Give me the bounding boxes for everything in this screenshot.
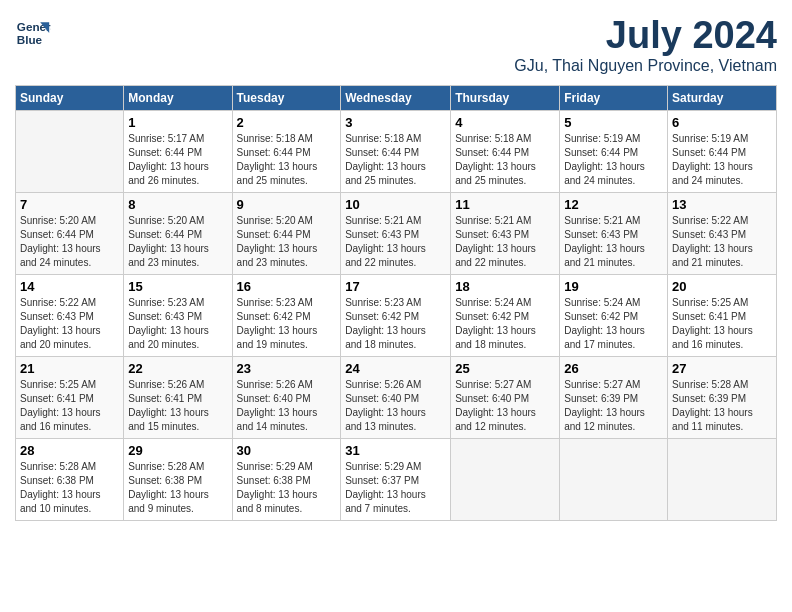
day-cell: 22Sunrise: 5:26 AM Sunset: 6:41 PM Dayli… — [124, 356, 232, 438]
day-info: Sunrise: 5:18 AM Sunset: 6:44 PM Dayligh… — [237, 132, 337, 188]
weekday-header-friday: Friday — [560, 85, 668, 110]
day-cell: 23Sunrise: 5:26 AM Sunset: 6:40 PM Dayli… — [232, 356, 341, 438]
day-number: 5 — [564, 115, 663, 130]
logo: General Blue — [15, 15, 51, 51]
day-cell: 14Sunrise: 5:22 AM Sunset: 6:43 PM Dayli… — [16, 274, 124, 356]
day-cell: 20Sunrise: 5:25 AM Sunset: 6:41 PM Dayli… — [668, 274, 777, 356]
day-cell: 4Sunrise: 5:18 AM Sunset: 6:44 PM Daylig… — [451, 110, 560, 192]
day-cell: 5Sunrise: 5:19 AM Sunset: 6:44 PM Daylig… — [560, 110, 668, 192]
day-cell: 2Sunrise: 5:18 AM Sunset: 6:44 PM Daylig… — [232, 110, 341, 192]
day-number: 30 — [237, 443, 337, 458]
day-cell: 10Sunrise: 5:21 AM Sunset: 6:43 PM Dayli… — [341, 192, 451, 274]
day-cell: 1Sunrise: 5:17 AM Sunset: 6:44 PM Daylig… — [124, 110, 232, 192]
day-cell: 3Sunrise: 5:18 AM Sunset: 6:44 PM Daylig… — [341, 110, 451, 192]
day-info: Sunrise: 5:20 AM Sunset: 6:44 PM Dayligh… — [20, 214, 119, 270]
day-info: Sunrise: 5:19 AM Sunset: 6:44 PM Dayligh… — [672, 132, 772, 188]
day-number: 14 — [20, 279, 119, 294]
day-cell — [560, 438, 668, 520]
day-number: 8 — [128, 197, 227, 212]
day-number: 19 — [564, 279, 663, 294]
location-title: GJu, Thai Nguyen Province, Vietnam — [514, 57, 777, 75]
week-row-1: 1Sunrise: 5:17 AM Sunset: 6:44 PM Daylig… — [16, 110, 777, 192]
day-info: Sunrise: 5:24 AM Sunset: 6:42 PM Dayligh… — [564, 296, 663, 352]
day-number: 6 — [672, 115, 772, 130]
day-info: Sunrise: 5:20 AM Sunset: 6:44 PM Dayligh… — [128, 214, 227, 270]
day-info: Sunrise: 5:21 AM Sunset: 6:43 PM Dayligh… — [345, 214, 446, 270]
day-number: 9 — [237, 197, 337, 212]
weekday-header-tuesday: Tuesday — [232, 85, 341, 110]
day-info: Sunrise: 5:26 AM Sunset: 6:41 PM Dayligh… — [128, 378, 227, 434]
day-info: Sunrise: 5:23 AM Sunset: 6:42 PM Dayligh… — [345, 296, 446, 352]
day-number: 11 — [455, 197, 555, 212]
day-cell: 31Sunrise: 5:29 AM Sunset: 6:37 PM Dayli… — [341, 438, 451, 520]
day-cell: 12Sunrise: 5:21 AM Sunset: 6:43 PM Dayli… — [560, 192, 668, 274]
day-info: Sunrise: 5:28 AM Sunset: 6:39 PM Dayligh… — [672, 378, 772, 434]
day-number: 23 — [237, 361, 337, 376]
day-number: 29 — [128, 443, 227, 458]
weekday-header-thursday: Thursday — [451, 85, 560, 110]
day-number: 4 — [455, 115, 555, 130]
day-cell — [668, 438, 777, 520]
day-number: 18 — [455, 279, 555, 294]
weekday-header-saturday: Saturday — [668, 85, 777, 110]
day-number: 2 — [237, 115, 337, 130]
day-info: Sunrise: 5:22 AM Sunset: 6:43 PM Dayligh… — [672, 214, 772, 270]
day-info: Sunrise: 5:27 AM Sunset: 6:40 PM Dayligh… — [455, 378, 555, 434]
day-info: Sunrise: 5:18 AM Sunset: 6:44 PM Dayligh… — [345, 132, 446, 188]
day-info: Sunrise: 5:25 AM Sunset: 6:41 PM Dayligh… — [20, 378, 119, 434]
day-cell: 18Sunrise: 5:24 AM Sunset: 6:42 PM Dayli… — [451, 274, 560, 356]
day-number: 20 — [672, 279, 772, 294]
day-info: Sunrise: 5:23 AM Sunset: 6:43 PM Dayligh… — [128, 296, 227, 352]
day-cell: 29Sunrise: 5:28 AM Sunset: 6:38 PM Dayli… — [124, 438, 232, 520]
week-row-5: 28Sunrise: 5:28 AM Sunset: 6:38 PM Dayli… — [16, 438, 777, 520]
day-info: Sunrise: 5:28 AM Sunset: 6:38 PM Dayligh… — [20, 460, 119, 516]
day-cell — [451, 438, 560, 520]
day-cell: 26Sunrise: 5:27 AM Sunset: 6:39 PM Dayli… — [560, 356, 668, 438]
day-number: 31 — [345, 443, 446, 458]
day-info: Sunrise: 5:26 AM Sunset: 6:40 PM Dayligh… — [237, 378, 337, 434]
day-cell: 6Sunrise: 5:19 AM Sunset: 6:44 PM Daylig… — [668, 110, 777, 192]
day-number: 10 — [345, 197, 446, 212]
weekday-header-wednesday: Wednesday — [341, 85, 451, 110]
day-info: Sunrise: 5:19 AM Sunset: 6:44 PM Dayligh… — [564, 132, 663, 188]
day-number: 1 — [128, 115, 227, 130]
calendar-table: SundayMondayTuesdayWednesdayThursdayFrid… — [15, 85, 777, 521]
day-number: 17 — [345, 279, 446, 294]
day-cell: 25Sunrise: 5:27 AM Sunset: 6:40 PM Dayli… — [451, 356, 560, 438]
day-number: 16 — [237, 279, 337, 294]
day-number: 26 — [564, 361, 663, 376]
day-info: Sunrise: 5:29 AM Sunset: 6:37 PM Dayligh… — [345, 460, 446, 516]
day-info: Sunrise: 5:21 AM Sunset: 6:43 PM Dayligh… — [455, 214, 555, 270]
day-cell: 19Sunrise: 5:24 AM Sunset: 6:42 PM Dayli… — [560, 274, 668, 356]
day-cell: 7Sunrise: 5:20 AM Sunset: 6:44 PM Daylig… — [16, 192, 124, 274]
day-info: Sunrise: 5:24 AM Sunset: 6:42 PM Dayligh… — [455, 296, 555, 352]
day-cell: 21Sunrise: 5:25 AM Sunset: 6:41 PM Dayli… — [16, 356, 124, 438]
day-number: 15 — [128, 279, 227, 294]
week-row-3: 14Sunrise: 5:22 AM Sunset: 6:43 PM Dayli… — [16, 274, 777, 356]
title-area: July 2024 GJu, Thai Nguyen Province, Vie… — [514, 15, 777, 75]
week-row-4: 21Sunrise: 5:25 AM Sunset: 6:41 PM Dayli… — [16, 356, 777, 438]
day-cell: 17Sunrise: 5:23 AM Sunset: 6:42 PM Dayli… — [341, 274, 451, 356]
day-number: 3 — [345, 115, 446, 130]
month-title: July 2024 — [514, 15, 777, 57]
day-number: 28 — [20, 443, 119, 458]
day-info: Sunrise: 5:23 AM Sunset: 6:42 PM Dayligh… — [237, 296, 337, 352]
day-info: Sunrise: 5:27 AM Sunset: 6:39 PM Dayligh… — [564, 378, 663, 434]
day-number: 12 — [564, 197, 663, 212]
day-cell: 9Sunrise: 5:20 AM Sunset: 6:44 PM Daylig… — [232, 192, 341, 274]
day-number: 21 — [20, 361, 119, 376]
svg-text:Blue: Blue — [17, 33, 43, 46]
day-info: Sunrise: 5:18 AM Sunset: 6:44 PM Dayligh… — [455, 132, 555, 188]
day-cell: 15Sunrise: 5:23 AM Sunset: 6:43 PM Dayli… — [124, 274, 232, 356]
day-info: Sunrise: 5:21 AM Sunset: 6:43 PM Dayligh… — [564, 214, 663, 270]
day-number: 13 — [672, 197, 772, 212]
day-cell: 27Sunrise: 5:28 AM Sunset: 6:39 PM Dayli… — [668, 356, 777, 438]
day-info: Sunrise: 5:26 AM Sunset: 6:40 PM Dayligh… — [345, 378, 446, 434]
day-info: Sunrise: 5:28 AM Sunset: 6:38 PM Dayligh… — [128, 460, 227, 516]
day-number: 27 — [672, 361, 772, 376]
day-cell: 11Sunrise: 5:21 AM Sunset: 6:43 PM Dayli… — [451, 192, 560, 274]
day-cell: 30Sunrise: 5:29 AM Sunset: 6:38 PM Dayli… — [232, 438, 341, 520]
day-info: Sunrise: 5:22 AM Sunset: 6:43 PM Dayligh… — [20, 296, 119, 352]
day-cell: 16Sunrise: 5:23 AM Sunset: 6:42 PM Dayli… — [232, 274, 341, 356]
day-number: 24 — [345, 361, 446, 376]
